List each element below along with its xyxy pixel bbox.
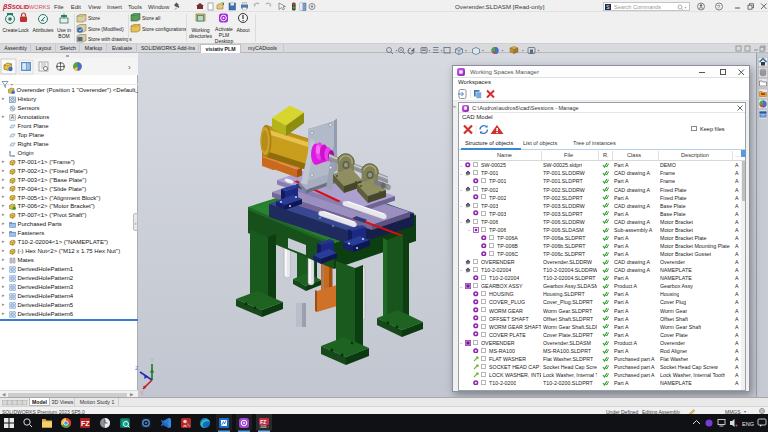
svg-text:ENG: ENG [742,421,754,427]
svg-text:FZ: FZ [81,420,90,427]
svg-text:Y: Y [150,357,154,363]
svg-text:Z: Z [135,365,139,371]
svg-text:X: X [140,390,144,396]
